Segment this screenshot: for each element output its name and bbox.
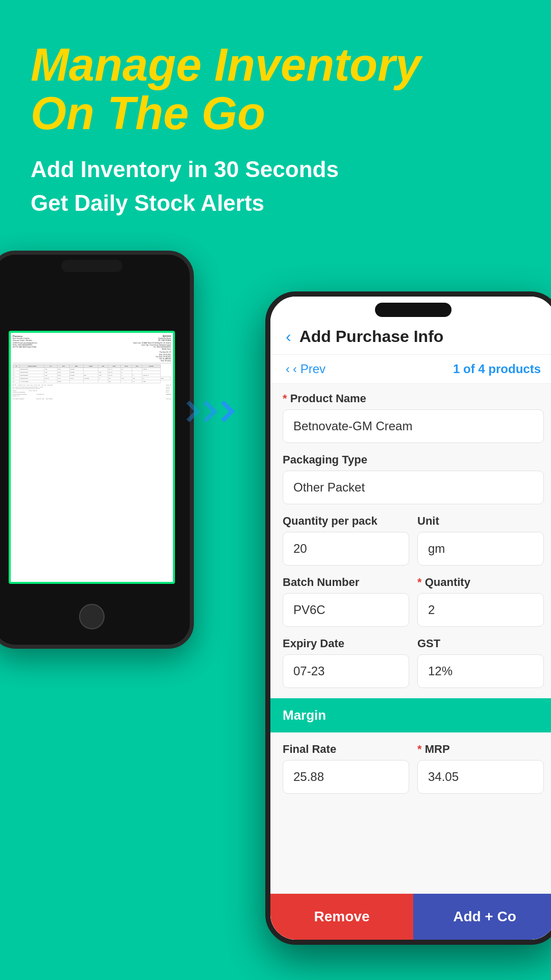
main-title: Manage Inventory On The Go xyxy=(31,41,520,137)
prev-button[interactable]: ‹ ‹ Prev xyxy=(286,362,325,376)
quantity-label: * Quantity xyxy=(417,576,544,589)
packaging-type-label: Packaging Type xyxy=(283,453,544,467)
right-phone: ‹ Add Purchase Info ‹ ‹ Prev 1 of 4 prod… xyxy=(265,291,551,945)
form-title: Add Purchase Info xyxy=(299,327,444,346)
quantity-group: * Quantity 2 xyxy=(417,576,544,627)
batch-number-label: Batch Number xyxy=(283,576,409,589)
page-indicator: 1 of 4 products xyxy=(453,362,541,376)
right-phone-notch xyxy=(375,303,452,317)
packaging-type-input[interactable]: Other Packet xyxy=(283,471,544,504)
quantity-input[interactable]: 2 xyxy=(417,593,544,627)
unit-input[interactable]: gm xyxy=(417,532,544,566)
home-button xyxy=(79,604,105,629)
expiry-gst-row: Expiry Date 07-23 GST 12% xyxy=(283,637,544,688)
margin-section-header: Margin xyxy=(270,698,551,732)
remove-button[interactable]: Remove xyxy=(270,894,413,940)
final-rate-input[interactable]: 25.88 xyxy=(283,760,409,794)
form-body: * Product Name Betnovate-GM Cream Packag… xyxy=(270,384,551,940)
prev-label: ‹ Prev xyxy=(293,362,325,376)
product-name-label: * Product Name xyxy=(283,392,544,405)
left-phone-notch xyxy=(61,260,122,272)
chevron-left-icon: ‹ xyxy=(286,362,290,376)
mrp-label: * MRP xyxy=(417,743,544,756)
qty-per-pack-label: Quantity per pack xyxy=(283,514,409,528)
batch-qty-row: Batch Number PV6C * Quantity 2 xyxy=(283,576,544,627)
packaging-type-group: Packaging Type Other Packet xyxy=(283,453,544,504)
qty-unit-row: Quantity per pack 20 Unit gm xyxy=(283,514,544,566)
expiry-date-label: Expiry Date xyxy=(283,637,409,650)
phones-section: Pharmacy Near Hanuman Complex, Hanuman T… xyxy=(0,251,551,955)
top-section: Manage Inventory On The Go Add Inventory… xyxy=(0,0,551,240)
final-rate-group: Final Rate 25.88 xyxy=(283,743,409,794)
batch-number-input[interactable]: PV6C xyxy=(283,593,409,627)
unit-group: Unit gm xyxy=(417,514,544,566)
mrp-group: * MRP 34.05 xyxy=(417,743,544,794)
mrp-input[interactable]: 34.05 xyxy=(417,760,544,794)
final-rate-label: Final Rate xyxy=(283,743,409,756)
qty-per-pack-group: Quantity per pack 20 xyxy=(283,514,409,566)
back-button[interactable]: ‹ xyxy=(286,327,291,346)
right-phone-screen: ‹ Add Purchase Info ‹ ‹ Prev 1 of 4 prod… xyxy=(270,297,551,940)
unit-label: Unit xyxy=(417,514,544,528)
bottom-bar: Remove Add + Co xyxy=(270,894,551,940)
nav-bar: ‹ ‹ Prev 1 of 4 products xyxy=(270,355,551,384)
gst-group: GST 12% xyxy=(417,637,544,688)
product-name-input[interactable]: Betnovate-GM Cream xyxy=(283,409,544,443)
rate-mrp-row: Final Rate 25.88 * MRP 34.05 xyxy=(283,743,544,794)
batch-number-group: Batch Number PV6C xyxy=(283,576,409,627)
add-button[interactable]: Add + Co xyxy=(413,894,551,940)
expiry-date-group: Expiry Date 07-23 xyxy=(283,637,409,688)
qty-per-pack-input[interactable]: 20 xyxy=(283,532,409,566)
gst-input[interactable]: 12% xyxy=(417,654,544,688)
left-phone-screen: Pharmacy Near Hanuman Complex, Hanuman T… xyxy=(0,255,190,645)
arrow-section xyxy=(173,404,240,419)
gst-label: GST xyxy=(417,637,544,650)
subtitle: Add Inventory in 30 Seconds Get Daily St… xyxy=(31,153,520,220)
invoice-scan: Pharmacy Near Hanuman Complex, Hanuman T… xyxy=(9,331,175,584)
expiry-date-input[interactable]: 07-23 xyxy=(283,654,409,688)
product-name-group: * Product Name Betnovate-GM Cream xyxy=(283,392,544,443)
chevron-3-icon xyxy=(213,401,235,422)
left-phone: Pharmacy Near Hanuman Complex, Hanuman T… xyxy=(0,251,194,649)
margin-section-title: Margin xyxy=(283,707,326,723)
